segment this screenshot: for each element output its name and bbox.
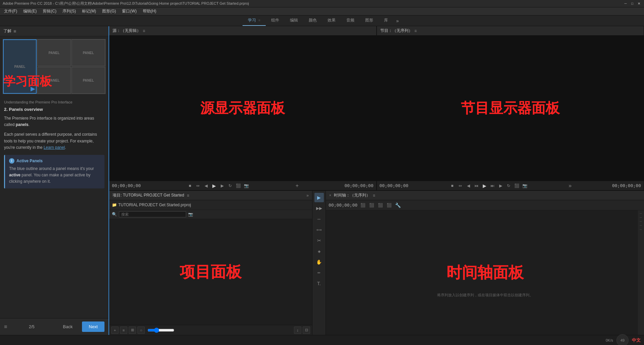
prog-ctrl-stepback[interactable]: ⏮ [473, 182, 480, 189]
next-button[interactable]: Next [82, 321, 104, 332]
prog-ctrl-next[interactable]: ▶ [497, 182, 504, 189]
tab-color[interactable]: 颜色 [303, 15, 322, 26]
tool-pen[interactable]: ✏ [314, 268, 324, 277]
tab-more-button[interactable]: » [393, 17, 401, 25]
diagram-cell-tr: PANEL [37, 39, 71, 66]
menu-clip[interactable]: 剪辑(C) [40, 8, 59, 15]
source-ctrl-play[interactable]: ▶ [211, 182, 217, 189]
project-search-bar: 🔍 📷 [109, 210, 312, 219]
prog-ctrl-play[interactable]: ▶ [481, 182, 488, 189]
prog-ctrl-markout[interactable]: ⬛ [513, 182, 520, 189]
tl-ctrl-1[interactable]: ⬛ [359, 202, 366, 209]
project-viewer[interactable]: 项目面板 [109, 219, 312, 325]
project-settings[interactable]: ⊡ [303, 327, 310, 334]
tool-slip[interactable]: ◈ [314, 247, 324, 256]
program-header-menu[interactable]: ≡ [415, 29, 417, 33]
source-monitor: 源：（无剪辑） ≡ 源显示器面板 00;00;00;00 ■ ⇔ ◀ ▶ ▶ [109, 26, 377, 190]
diagram-cell-trr: PANEL [72, 39, 105, 66]
timeline-timecode[interactable]: 00;00;00;00 [329, 203, 357, 208]
tl-ctrl-wrench[interactable]: 🔧 [394, 202, 401, 209]
timeline-content[interactable]: 时间轴面板 将序列放入以创建序列，或在项目媒体中双击以创建序列。 ─ ─ ─ ─… [326, 210, 644, 335]
program-viewer[interactable]: 节目显示器面板 [377, 36, 644, 181]
menu-sequence[interactable]: 序列(S) [60, 8, 79, 15]
prog-ctrl-prev[interactable]: ◀ [465, 182, 472, 189]
prog-ctrl-loop[interactable]: ↻ [505, 182, 512, 189]
tool-hand[interactable]: ✋ [314, 257, 324, 267]
tab-audio[interactable]: 音频 [341, 15, 360, 26]
menu-graphics[interactable]: 图形(G) [99, 8, 119, 15]
diagram-label-brr: PANEL [83, 79, 94, 82]
infobox-title: Active Panels [16, 159, 43, 163]
project-header-expand[interactable]: » [306, 193, 309, 198]
source-ctrl-expand[interactable]: ⇔ [195, 182, 201, 189]
timeline-close[interactable]: × [329, 193, 331, 197]
project-header-menu[interactable]: ≡ [187, 193, 189, 198]
tab-editing[interactable]: 编辑 [285, 15, 303, 26]
back-button[interactable]: Back [56, 321, 79, 332]
info-icon: i [9, 158, 14, 164]
project-search-input[interactable] [119, 211, 186, 217]
source-ctrl-camera[interactable]: 📷 [243, 182, 250, 189]
menu-marker[interactable]: 标记(M) [79, 8, 99, 15]
project-add-bin[interactable]: + [111, 327, 119, 334]
program-footer: 00;00;00;00 ■ ⇔ ◀ ⏮ ▶ ⏭ ▶ ↻ ⬛ 📷 » 00; [377, 181, 644, 190]
project-list-view[interactable]: ≡ [120, 327, 127, 334]
title-bar: Adobe Premiere Pro CC 2018 - C:\用户\公用\公用… [0, 0, 644, 7]
source-add-button[interactable]: + [296, 183, 299, 189]
source-ctrl-next-frame[interactable]: ▶ [219, 182, 225, 189]
tl-ctrl-4[interactable]: ⬛ [386, 202, 392, 209]
tl-ctrl-3[interactable]: ⬛ [377, 202, 384, 209]
tab-graphics[interactable]: 图形 [360, 15, 379, 26]
tool-razor[interactable]: ✂ [314, 236, 324, 245]
tl-ctrl-2[interactable]: ⬛ [368, 202, 375, 209]
project-file-name[interactable]: TUTORIAL PROJECT Get Started.prproj [118, 203, 191, 207]
tool-track-select[interactable]: ▶▶ [314, 204, 324, 213]
learn-footer-menu-icon[interactable]: ≡ [4, 324, 7, 330]
project-freeform-view[interactable]: ○ [137, 327, 145, 334]
source-viewer[interactable]: 源显示器面板 [109, 36, 376, 181]
learn-panel-menu-icon[interactable]: ≡ [13, 29, 16, 34]
prog-ctrl-camera[interactable]: 📷 [521, 182, 528, 189]
menu-file[interactable]: 文件(F) [1, 8, 20, 15]
tool-ripple[interactable]: ↔ [314, 214, 324, 224]
timeline-header-menu[interactable]: ≡ [373, 193, 375, 198]
project-zoom-slider[interactable] [147, 328, 174, 333]
menu-edit[interactable]: 编辑(E) [20, 8, 39, 15]
tool-select[interactable]: ▶ [314, 193, 324, 202]
diagram-cell-brr: PANEL [72, 67, 105, 94]
project-autofit[interactable]: ↕ [294, 327, 301, 334]
learn-bold-panels: panels [16, 122, 29, 127]
diagram-cell-br: PANEL [37, 67, 71, 94]
program-add-button[interactable]: » [569, 183, 572, 189]
program-timecode-right[interactable]: 00;00;00;00 [612, 183, 641, 188]
tool-rolling[interactable]: ⟺ [314, 225, 324, 234]
source-timecode-left[interactable]: 00;00;00;00 [112, 183, 141, 188]
source-ctrl-loop[interactable]: ↻ [227, 182, 233, 189]
source-ctrl-prev-frame[interactable]: ◀ [203, 182, 209, 189]
prog-ctrl-stepfwd[interactable]: ⏭ [489, 182, 496, 189]
section-number: 2. [4, 107, 9, 112]
source-timecode-right[interactable]: 00;00;00;00 [344, 183, 373, 188]
source-ctrl-mark-in[interactable]: ⬛ [235, 182, 242, 189]
program-controls: ■ ⇔ ◀ ⏮ ▶ ⏭ ▶ ↻ ⬛ 📷 [449, 182, 528, 189]
close-button[interactable]: ✕ [637, 1, 641, 6]
prog-ctrl-stop[interactable]: ■ [449, 182, 456, 189]
tab-libraries[interactable]: 库 [379, 15, 393, 26]
minimize-button[interactable]: ─ [623, 1, 628, 6]
tab-learn[interactable]: 学习 ≡ [243, 15, 266, 26]
prog-ctrl-expand[interactable]: ⇔ [457, 182, 464, 189]
project-camera-icon[interactable]: 📷 [188, 212, 193, 217]
menu-help[interactable]: 帮助(H) [140, 8, 159, 15]
tool-text[interactable]: T. [314, 279, 324, 288]
page-indicator: 2/5 [29, 325, 35, 329]
source-header-menu[interactable]: ≡ [143, 29, 145, 33]
learn-link-panel[interactable]: Learn panel [44, 145, 65, 150]
source-ctrl-stop[interactable]: ■ [186, 182, 193, 189]
menu-window[interactable]: 窗口(W) [119, 8, 139, 15]
tab-assembly[interactable]: 组件 [266, 15, 285, 26]
tools-panel: ▶ ▶▶ ↔ ⟺ ✂ ◈ ✋ ✏ T. [312, 191, 326, 335]
tab-effects[interactable]: 效果 [322, 15, 341, 26]
maximize-button[interactable]: □ [630, 1, 635, 6]
program-timecode-left[interactable]: 00;00;00;00 [380, 183, 409, 188]
project-icon-view[interactable]: ⊞ [129, 327, 136, 334]
